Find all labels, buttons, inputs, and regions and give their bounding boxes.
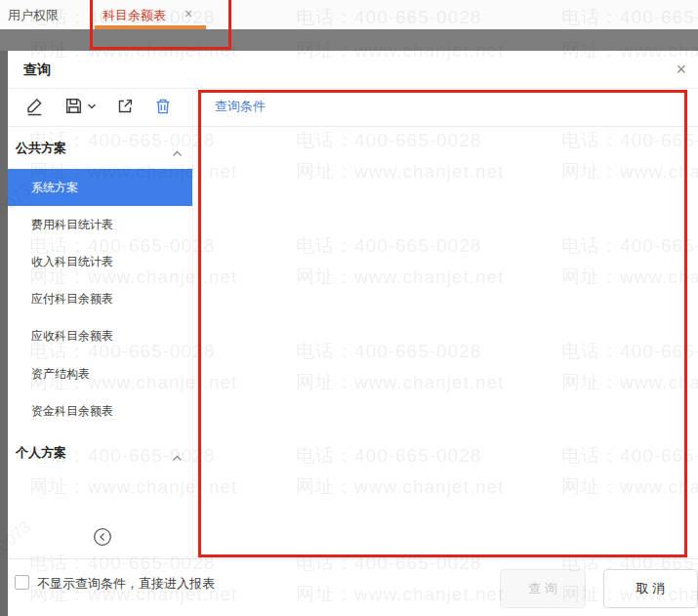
sidebar-item-asset-structure[interactable]: 资产结构表 <box>8 355 192 392</box>
sidebar-item-receivable-balance[interactable]: 应收科目余额表 <box>8 317 192 354</box>
section-public-label: 公共方案 <box>16 140 66 157</box>
query-dialog: 查询 × <box>8 51 698 616</box>
tab-account-balance[interactable]: 科目余额表 <box>103 7 166 24</box>
sidebar-main-divider <box>192 88 193 558</box>
section-personal-schemes[interactable]: 个人方案 <box>8 444 192 468</box>
footer-divider <box>8 558 698 559</box>
header-divider <box>8 88 698 89</box>
section-personal-label: 个人方案 <box>16 444 66 462</box>
save-icon[interactable] <box>63 96 97 116</box>
modal-backdrop-bar <box>0 29 698 51</box>
chevron-up-icon <box>172 144 183 161</box>
dialog-title: 查询 <box>23 62 51 79</box>
tab-bar: 用户权限 科目余额表 × <box>0 0 698 29</box>
scheme-toolbar <box>24 96 173 116</box>
sidebar-item-fund-balance[interactable]: 资金科目余额表 <box>8 392 192 430</box>
section-public-schemes[interactable]: 公共方案 <box>8 140 192 163</box>
tab-close-icon[interactable]: × <box>185 6 192 21</box>
toolbar-divider <box>8 126 192 127</box>
screen: 用户权限 科目余额表 × 查询 × <box>0 0 698 616</box>
dialog-close-icon[interactable]: × <box>676 61 686 78</box>
query-conditions-header[interactable]: 查询条件 <box>215 98 266 115</box>
query-button[interactable]: 查 询 <box>500 569 586 608</box>
modal-backdrop-strip <box>0 51 8 616</box>
skip-conditions-checkbox[interactable] <box>15 575 29 590</box>
chevron-down-icon <box>87 103 97 110</box>
sidebar-item-payable-balance[interactable]: 应付科目余额表 <box>8 280 192 317</box>
delete-icon[interactable] <box>153 97 173 116</box>
edit-icon[interactable] <box>24 96 45 116</box>
sidebar-item-income-stats[interactable]: 收入科目统计表 <box>8 243 192 280</box>
collapse-sidebar-button[interactable] <box>92 526 113 548</box>
chevron-up-icon <box>172 448 183 466</box>
cancel-button[interactable]: 取 消 <box>603 569 698 608</box>
sidebar-item-system-scheme[interactable]: 系统方案 <box>8 169 192 206</box>
tab-user-permissions[interactable]: 用户权限 <box>8 7 59 24</box>
query-conditions-divider <box>193 126 698 127</box>
export-icon[interactable] <box>115 97 135 116</box>
sidebar-item-expense-stats[interactable]: 费用科目统计表 <box>8 206 192 243</box>
skip-conditions-label: 不显示查询条件，直接进入报表 <box>37 575 215 593</box>
